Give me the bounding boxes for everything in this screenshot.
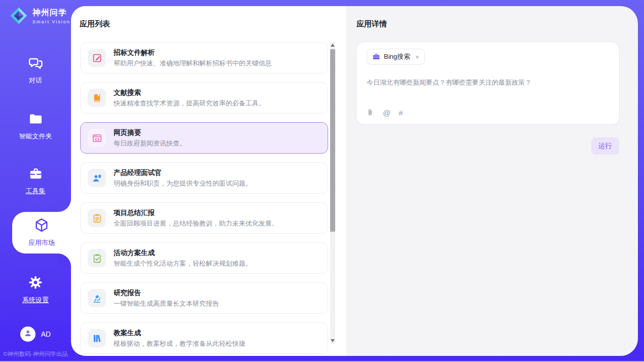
scrollbar-down-arrow-icon[interactable]	[331, 339, 335, 342]
app-card-title: 产品经理面试官	[114, 169, 252, 176]
app-card[interactable]: 招标文件解析 帮助用户快速、准确地理解和解析招标书中的关键信息	[80, 42, 328, 74]
chat-icon	[28, 63, 43, 72]
sidebar-item-label: 对话	[0, 76, 71, 85]
app-card-title: 网页摘要	[114, 129, 186, 136]
app-card-description: 一键智能生成高质量长文本研究报告	[114, 300, 219, 307]
app-card-title: 文献搜索	[114, 89, 265, 96]
app-detail-title: 应用详情	[346, 6, 638, 29]
sidebar-item-smart-folders[interactable]: 智能文件夹	[0, 112, 71, 141]
app-card-description: 全面回顾项目进展，总结经验教训，助力未来优化发展。	[114, 220, 278, 227]
app-detail-panel: 应用详情 Bing搜索 × 今日湖北有哪些新闻要点？有哪些需要关注的最新政策？ …	[346, 6, 638, 356]
book-icon	[88, 89, 106, 107]
composer-toolbar: @ #	[366, 108, 403, 117]
app-list: 招标文件解析 帮助用户快速、准确地理解和解析招标书中的关键信息 文献搜索 快速精…	[80, 42, 328, 354]
tool-tag-label: Bing搜索	[384, 52, 410, 61]
prompt-composer-card[interactable]: Bing搜索 × 今日湖北有哪些新闻要点？有哪些需要关注的最新政策？ @ #	[356, 42, 620, 125]
gear-icon	[28, 283, 43, 292]
edit-document-icon	[88, 49, 106, 67]
folder-icon	[28, 119, 43, 128]
app-card-description: 模板驱动，教案秒成，教学准备从此轻松快捷	[114, 340, 245, 347]
tool-tag-bing-search[interactable]: Bing搜索 ×	[367, 49, 425, 65]
paperclip-icon[interactable]	[366, 108, 375, 117]
app-card-description: 帮助用户快速、准确地理解和解析招标书中的关键信息	[114, 60, 272, 66]
clipboard-check-icon	[88, 249, 106, 267]
sidebar-item-label: 工具集	[0, 187, 71, 196]
diamond-logo-icon	[9, 6, 28, 25]
avatar	[20, 327, 35, 342]
cube-icon	[34, 226, 49, 234]
app-card-description: 智能生成个性化活动方案，轻松解决规划难题。	[114, 260, 252, 267]
browser-code-icon	[88, 129, 106, 147]
prompt-query-text[interactable]: 今日湖北有哪些新闻要点？有哪些需要关注的最新政策？	[367, 78, 609, 87]
active-tab-curve-bottom	[58, 254, 71, 267]
app-card-title: 项目总结汇报	[114, 209, 278, 216]
sidebar-item-label: 系统设置	[0, 296, 71, 305]
app-card-title: 教案生成	[114, 330, 245, 337]
main-content: 应用列表 招标文件解析 帮助用户快速、准确地理解和解析招标书中的关键信息 文献搜…	[71, 6, 638, 356]
app-list-title: 应用列表	[71, 6, 346, 29]
sidebar-item-label: 智能文件夹	[0, 132, 71, 141]
brand-tagline: Smart Vision	[32, 19, 70, 24]
app-card[interactable]: 教案生成 模板驱动，教案秒成，教学准备从此轻松快捷	[80, 322, 328, 354]
copyright-footer: ©神州数码·神州问学出品	[0, 350, 71, 358]
at-icon[interactable]: @	[383, 108, 390, 117]
app-card-title: 招标文件解析	[114, 49, 272, 56]
app-card-description: 明确身份和职责，为您提供专业性的面试问题。	[114, 180, 252, 187]
sidebar-item-label: 应用市场	[12, 238, 71, 247]
hash-icon[interactable]: #	[399, 108, 403, 117]
interviewer-icon	[88, 169, 106, 187]
sidebar: 神州问学 Smart Vision 对话 智能文件夹 工具集 应用市场 系统设置…	[0, 0, 71, 362]
scrollbar-thumb[interactable]	[330, 49, 335, 232]
briefcase-tag-icon	[372, 53, 380, 61]
app-card-description: 快速精准查找学术资源，提高研究效率的必备工具。	[114, 100, 265, 106]
run-button[interactable]: 运行	[591, 137, 619, 155]
app-card[interactable]: 网页摘要 每日政府新闻资讯快查。	[80, 122, 328, 154]
scrollbar-up-arrow-icon[interactable]	[331, 44, 335, 47]
clipboard-icon	[88, 209, 106, 227]
sidebar-item-system-settings[interactable]: 系统设置	[0, 275, 71, 305]
app-card[interactable]: 项目总结汇报 全面回顾项目进展，总结经验教训，助力未来优化发展。	[80, 202, 328, 234]
sidebar-item-toolset[interactable]: 工具集	[0, 166, 71, 196]
list-scrollbar[interactable]	[330, 42, 335, 344]
close-icon[interactable]: ×	[415, 53, 419, 61]
sidebar-item-chat[interactable]: 对话	[0, 56, 71, 85]
app-list-panel: 应用列表 招标文件解析 帮助用户快速、准确地理解和解析招标书中的关键信息 文献搜…	[71, 6, 346, 356]
app-card-title: 研究报告	[114, 289, 219, 297]
toolbox-icon	[28, 174, 43, 183]
sidebar-item-app-market[interactable]: 应用市场	[12, 212, 71, 254]
app-card[interactable]: 文献搜索 快速精准查找学术资源，提高研究效率的必备工具。	[80, 82, 328, 114]
app-card[interactable]: 研究报告 一键智能生成高质量长文本研究报告	[80, 282, 328, 314]
app-card-title: 活动方案生成	[114, 249, 252, 257]
user-initials: AD	[41, 330, 51, 338]
brand-logo: 神州问学 Smart Vision	[9, 6, 70, 25]
app-card[interactable]: 活动方案生成 智能生成个性化活动方案，轻松解决规划难题。	[80, 242, 328, 274]
active-tab-curve-top	[58, 199, 71, 212]
books-icon	[88, 329, 106, 347]
app-card-description: 每日政府新闻资讯快查。	[114, 140, 186, 147]
person-icon	[23, 329, 32, 340]
microscope-icon	[88, 289, 106, 307]
app-card[interactable]: 产品经理面试官 明确身份和职责，为您提供专业性的面试问题。	[80, 162, 328, 194]
brand-name: 神州问学	[32, 8, 67, 17]
user-account[interactable]: AD	[0, 327, 71, 342]
